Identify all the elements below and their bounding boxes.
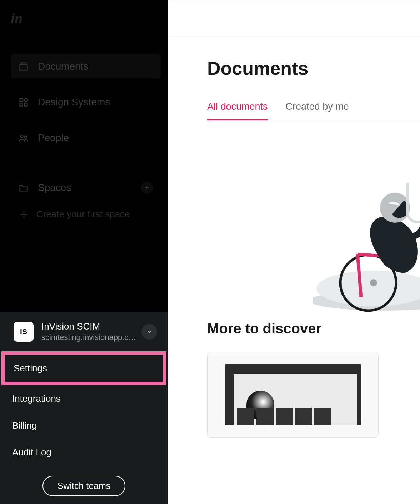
page-title: Documents [207,58,420,79]
sidebar-item-documents[interactable]: Documents [11,54,161,79]
more-to-discover-title: More to discover [207,321,420,337]
tab-created-by-me[interactable]: Created by me [286,101,349,120]
discover-card[interactable] [207,352,379,438]
svg-rect-4 [24,103,27,106]
sidebar-item-label: Design Systems [38,97,110,108]
team-url: scimtesting.invisionapp.c… [41,333,137,342]
team-menu-billing[interactable]: Billing [0,412,168,439]
svg-point-7 [25,136,27,138]
sidebar-item-people[interactable]: People [11,125,161,151]
switch-teams-row: Switch teams [0,466,168,504]
create-space-label: Create your first space [36,209,130,220]
sidebar-item-label: Spaces [38,182,71,193]
svg-rect-2 [20,99,23,102]
add-space-button[interactable] [141,182,153,194]
tab-all-documents[interactable]: All documents [207,101,268,120]
team-menu-integrations[interactable]: Integrations [0,385,168,412]
invision-logo: in [11,10,161,27]
sidebar-team-panel: IS InVision SCIM scimtesting.invisionapp… [0,312,168,504]
team-name: InVision SCIM [41,321,137,332]
svg-rect-0 [21,63,26,64]
team-info: InVision SCIM scimtesting.invisionapp.c… [41,321,137,342]
card-thumbnail [225,364,361,425]
sidebar-item-label: People [38,132,69,144]
svg-rect-3 [20,103,23,106]
empty-state-illustration [313,183,420,315]
svg-rect-1 [20,65,28,70]
document-tabs: All documents Created by me [207,101,420,120]
sidebar: in Documents Design Systems People Spac [0,0,168,504]
svg-rect-17 [408,183,420,222]
header-divider [168,36,420,36]
svg-point-6 [21,135,23,138]
sidebar-top: in Documents Design Systems People Spac [0,0,168,241]
svg-point-15 [370,279,377,286]
design-systems-icon [19,97,29,107]
people-icon [19,133,29,143]
documents-icon [19,61,29,71]
team-avatar: IS [14,322,34,342]
team-menu-settings[interactable]: Settings [5,355,163,382]
sidebar-item-design-systems[interactable]: Design Systems [11,89,161,115]
folder-icon [19,183,29,193]
plus-icon [19,209,29,220]
main-content: Documents All documents Created by me Mo… [168,0,420,504]
sidebar-item-label: Documents [38,61,89,72]
chevron-down-icon[interactable] [141,324,157,340]
settings-highlight: Settings [1,351,166,385]
team-menu-audit-log[interactable]: Audit Log [0,439,168,466]
sidebar-item-spaces[interactable]: Spaces [11,175,161,200]
svg-rect-5 [24,98,28,102]
team-selector[interactable]: IS InVision SCIM scimtesting.invisionapp… [0,312,168,351]
switch-teams-button[interactable]: Switch teams [42,476,126,496]
create-first-space[interactable]: Create your first space [11,209,161,220]
